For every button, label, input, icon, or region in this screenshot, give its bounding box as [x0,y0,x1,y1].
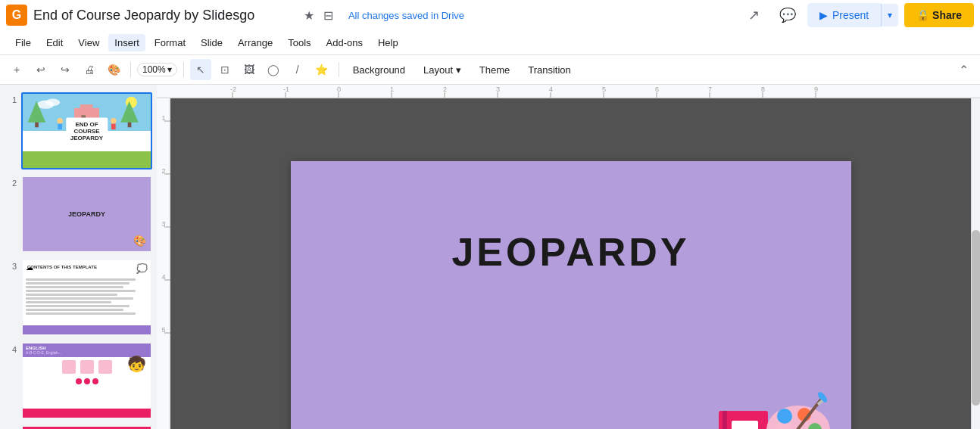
svg-text:-2: -2 [230,85,236,93]
slideshow-icon: ▶ [819,9,828,21]
svg-text:8: 8 [761,85,765,93]
menu-insert[interactable]: Insert [108,34,145,51]
comments-button[interactable]: 💬 [774,2,801,29]
autosave-text[interactable]: All changes saved in Drive [348,10,464,21]
star-icon[interactable]: ★ [304,8,314,23]
slide1-title-text: END OFCOURSEJEOPARDY [66,118,108,145]
svg-text:5: 5 [602,85,606,93]
svg-text:1: 1 [161,114,165,122]
toolbar-divider-1 [130,62,131,77]
slide-item-3[interactable]: 3 CONTENTS OF THIS TEMPLATE 💭 ☁ [3,257,154,337]
menu-addons[interactable]: Add-ons [320,34,369,51]
svg-text:0: 0 [337,85,341,93]
print-button[interactable]: 🖨 [79,59,100,80]
toolbar-divider-3 [339,62,339,77]
present-label: Present [832,9,869,21]
slide-thumb-5[interactable]: 1. COMPLETE THE SENTENCE [21,425,152,429]
svg-rect-54 [723,411,727,430]
svg-text:4: 4 [161,273,165,281]
svg-text:-1: -1 [283,85,289,93]
menu-file[interactable]: File [9,34,37,51]
svg-point-58 [777,409,792,424]
svg-text:2: 2 [161,167,165,175]
slide-number-2: 2 [5,179,17,188]
center-area: -2 -1 0 1 2 3 4 5 6 7 8 [157,85,980,429]
main-body: 1 [0,85,980,429]
activity-button[interactable]: ↗ [741,2,768,29]
vertical-ruler: 1 2 3 4 5 [157,98,170,429]
header-right: ↗ 💬 ▶ Present ▾ 🔒 Share [741,2,974,29]
art-decoration [715,384,836,430]
svg-rect-41 [157,98,170,429]
slide-number-1: 1 [5,95,17,104]
zoom-control[interactable]: 100% ▾ [137,63,177,76]
redo-button[interactable]: ↪ [55,59,76,80]
svg-rect-15 [157,85,980,98]
horizontal-ruler: -2 -1 0 1 2 3 4 5 6 7 8 [157,85,980,98]
collapse-toolbar-button[interactable]: ⌃ [953,59,974,80]
slide-container[interactable]: JEOPARDY [170,98,971,429]
zoom-value: 100% [142,64,166,75]
toolbar: + ↩ ↪ 🖨 🎨 100% ▾ ↖ ⊡ 🖼 ◯ / ⭐ Background … [0,54,980,85]
slide-item-5[interactable]: 5 1. COMPLETE THE SENTENCE [3,424,154,429]
transition-button[interactable]: Transition [520,61,579,79]
undo-button[interactable]: ↩ [30,59,51,80]
menu-slide[interactable]: Slide [195,34,229,51]
svg-rect-14 [111,124,116,130]
slide-thumb-4[interactable]: ENGLISH A-B-C-D-E, English... 🧒 [21,342,152,419]
line-button[interactable]: / [287,59,308,80]
svg-text:9: 9 [814,85,818,93]
present-btn-group: ▶ Present ▾ [807,3,898,27]
right-scrollbar[interactable] [971,98,980,429]
slide-thumb-2[interactable]: JEOPARDY 🎨 [21,176,152,253]
left-sidebar: 1 [0,85,157,429]
slide-main-title[interactable]: JEOPARDY [451,229,689,275]
toolbar-divider-2 [183,62,184,77]
menu-tools[interactable]: Tools [282,34,317,51]
title-icons: ★ ⊟ [304,8,333,23]
svg-rect-55 [732,421,758,430]
folder-icon[interactable]: ⊟ [323,8,333,23]
menu-edit[interactable]: Edit [40,34,69,51]
paint-format-button[interactable]: 🎨 [103,59,124,80]
svg-point-13 [111,118,117,124]
slide-thumb-3[interactable]: CONTENTS OF THIS TEMPLATE 💭 ☁ [21,259,152,336]
layout-arrow-icon: ▾ [456,64,461,76]
star-insert-button[interactable]: ⭐ [311,59,332,80]
shapes-button[interactable]: ◯ [263,59,284,80]
svg-point-2 [45,99,60,106]
slide-item-4[interactable]: 4 ENGLISH A-B-C-D-E, English... [3,340,154,421]
slide2-thumb-title: JEOPARDY [68,210,105,218]
doc-title[interactable]: End of Course Jeopardy by Slidesgo [33,8,298,23]
add-slide-button[interactable]: + [6,59,27,80]
cursor-tool-button[interactable]: ↖ [190,59,211,80]
theme-button[interactable]: Theme [472,61,517,79]
menu-format[interactable]: Format [148,34,192,51]
slide-item-1[interactable]: 1 [3,91,154,171]
menu-help[interactable]: Help [372,34,404,51]
textbox-button[interactable]: ⊡ [214,59,236,80]
svg-text:5: 5 [161,326,165,334]
present-button[interactable]: ▶ Present [807,3,881,27]
svg-point-11 [57,118,63,124]
svg-text:4: 4 [549,85,553,93]
svg-text:6: 6 [655,85,659,93]
menu-view[interactable]: View [72,34,105,51]
zoom-dropdown-icon: ▾ [167,64,172,75]
slide-number-3: 3 [5,262,17,271]
svg-text:3: 3 [496,85,500,93]
title-bar: G End of Course Jeopardy by Slidesgo ★ ⊟… [0,0,980,30]
svg-rect-12 [58,124,62,130]
image-button[interactable]: 🖼 [239,59,260,80]
slide-item-2[interactable]: 2 JEOPARDY 🎨 [3,174,154,254]
layout-button[interactable]: Layout ▾ [416,61,469,79]
svg-text:1: 1 [390,85,394,93]
menu-arrange[interactable]: Arrange [232,34,279,51]
background-button[interactable]: Background [345,61,413,79]
svg-text:3: 3 [161,220,165,228]
slide-thumb-1[interactable]: END OFCOURSEJEOPARDY [21,92,152,169]
slide-canvas[interactable]: JEOPARDY [291,161,851,430]
present-dropdown-button[interactable]: ▾ [881,4,898,26]
share-button[interactable]: 🔒 Share [904,3,974,27]
app-logo: G [6,5,27,26]
